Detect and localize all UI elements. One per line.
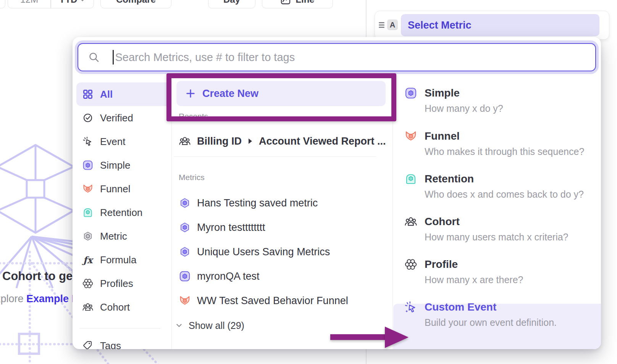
show-all-toggle[interactable]: Show all (29) [175,318,244,333]
metric-list-item[interactable]: WW Test Saved Behavior Funnel [179,293,348,308]
sidebar-item-label: Formula [100,254,136,266]
tag-icon [82,340,93,349]
compare-button[interactable]: Compare [100,0,171,8]
chevron-down-icon [79,0,86,3]
metrics-heading: Metrics [179,173,205,182]
profiles-cluster-icon [82,278,93,289]
sidebar-item-label: Metric [100,230,127,242]
metric-search-box[interactable] [78,43,596,71]
metric-hexagon-icon [82,231,93,242]
sidebar-section-divider [79,328,160,329]
metric-list-item[interactable]: myronQA test [179,269,348,284]
type-funnel[interactable]: Funnel Who makes it through this sequenc… [405,130,592,157]
custom-event-spark-icon [405,301,417,313]
recent-item[interactable]: Billing ID Account Viewed Report ... [179,134,386,149]
line-chart-icon [280,0,291,5]
sidebar-item-formula[interactable]: ƒx Formula [76,248,171,272]
event-cursor-icon [82,136,93,147]
select-metric-label: Select Metric [408,19,472,31]
time-range-segmented-control[interactable]: 12M YTD [8,0,94,8]
promo-headline: Cohort to ge [2,269,73,283]
metric-list-item[interactable]: Unique Users Saving Metrics [179,244,348,259]
search-input[interactable] [115,51,596,64]
saved-metric-hexagon-icon [179,246,191,258]
sidebar-item-label: Tags [100,340,121,350]
funnel-icon [82,184,93,194]
sidebar-item-metric[interactable]: Metric [76,224,171,248]
sidebar-item-label: Retention [100,207,142,219]
drag-handle-icon[interactable] [379,22,384,28]
metric-list-item[interactable]: Hans Testing saved metric [179,195,348,211]
verified-badge-icon [82,113,93,123]
promo-subtext-prefix: xplore [0,293,24,304]
sidebar-item-label: Funnel [100,183,131,195]
sidebar-item-funnel[interactable]: Funnel [76,177,171,201]
retention-icon [82,207,93,218]
cohort-people-icon [405,216,417,228]
simple-squircle-icon [405,87,417,99]
sidebar-item-label: Event [100,136,126,148]
sidebar-item-label: Profiles [100,278,133,290]
example-link[interactable]: Example I [26,293,74,304]
chart-type-line-button[interactable]: Line [262,0,333,8]
screenshot-root: 12M YTD Compare Day Line A Select Metric [0,0,617,364]
type-cohort[interactable]: Cohort How many users match x criteria? [405,216,592,243]
sidebar-item-label: Simple [100,159,130,171]
sidebar-item-profiles[interactable]: Profiles [76,272,171,295]
metric-row-card: A Select Metric [375,11,609,40]
time-range-12m[interactable]: 12M [8,0,50,8]
metric-list-item[interactable]: Myron testttttttt [179,220,348,235]
metrics-list: Hans Testing saved metric Myron testtttt… [179,195,348,317]
retention-icon [405,173,417,185]
formula-fx-icon: ƒx [82,254,93,265]
sidebar-item-all[interactable]: All [76,82,171,106]
sidebar-item-label: Verified [100,112,133,124]
type-simple[interactable]: Simple How many x do y? [405,87,592,114]
annotation-arrow-head [385,327,409,348]
category-sidebar: All Verified Event [76,82,171,319]
text-cursor [113,50,114,64]
type-retention[interactable]: Retention Who does x and comes back to d… [405,173,592,200]
granularity-day-button[interactable]: Day [208,0,255,8]
recents-divider [174,156,376,157]
simple-squircle-icon [82,160,93,171]
profiles-cluster-icon [405,258,417,271]
sidebar-item-tags[interactable]: Tags [76,334,171,349]
sidebar-item-verified[interactable]: Verified [76,106,171,130]
type-profile[interactable]: Profile How many x are there? [405,258,592,285]
search-icon [88,52,100,63]
saved-metric-hexagon-icon [179,221,191,234]
chevron-down-icon [175,321,183,330]
series-a-badge: A [387,19,398,30]
type-custom-event[interactable]: Custom Event Build your own event defini… [405,301,592,328]
funnel-icon [179,295,191,307]
cohort-people-icon [179,135,191,147]
time-range-ytd[interactable]: YTD [51,0,94,8]
recent-event-name: Account Viewed Report ... [259,135,386,147]
annotation-arrow-shaft [330,334,386,340]
caret-right-icon [249,139,252,144]
toolbar-fragment-button[interactable] [0,0,5,8]
grid-icon [82,89,93,100]
saved-metric-hexagon-icon [179,197,191,209]
sidebar-item-label: Cohort [100,301,130,313]
sidebar-partial-section: Tags [76,334,171,349]
promo-subtext: xplore Example I [0,293,74,305]
sidebar-item-simple[interactable]: Simple [76,153,171,177]
cohort-people-icon [82,302,93,312]
sidebar-item-label: All [100,89,113,100]
funnel-icon [405,130,417,142]
simple-squircle-icon [179,270,191,282]
recent-cohort-name: Billing ID [197,135,242,147]
select-metric-pill[interactable]: Select Metric [401,14,599,36]
sidebar-item-event[interactable]: Event [76,130,171,153]
annotation-highlight-box [166,73,396,121]
sidebar-item-cohort[interactable]: Cohort [76,295,171,319]
sidebar-item-retention[interactable]: Retention [76,201,171,224]
